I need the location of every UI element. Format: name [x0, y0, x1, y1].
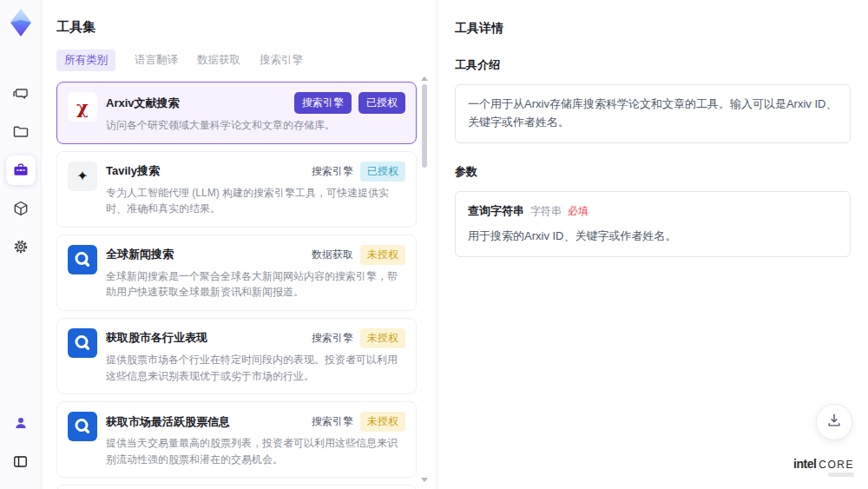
app-logo-icon — [8, 7, 34, 38]
tool-intro-box: 一个用于从Arxiv存储库搜索科学论文和文章的工具。输入可以是Arxiv ID、… — [455, 84, 851, 143]
tool-card[interactable]: ✦ Tavily搜索 搜索引擎 已授权 专为人工智能代理 (LLM) 构建的搜索… — [56, 151, 417, 228]
param-name: 查询字符串 — [468, 202, 524, 221]
tool-desc: 提供股票市场各个行业在特定时间段内的表现。投资者可以利用这些信息来识别表现优于或… — [106, 352, 405, 384]
tool-card[interactable]: χ Arxiv文献搜索 搜索引擎 已授权 访问各个研究领域大量科学论文和文章的存… — [56, 82, 417, 144]
tool-auth-badge: 已授权 — [360, 162, 405, 182]
sidebar-item-toolbox[interactable] — [6, 155, 36, 185]
tool-category: 搜索引擎 — [312, 414, 353, 429]
toolbox-icon — [12, 162, 30, 179]
tool-card[interactable]: 获取市场最活跃股票信息 搜索引擎 未授权 提供当天交易量最高的股票列表，投资者可… — [56, 401, 417, 478]
scroll-up-arrow-icon[interactable] — [421, 76, 428, 81]
tool-card-body: 获取市场最活跃股票信息 搜索引擎 未授权 提供当天交易量最高的股票列表，投资者可… — [106, 412, 405, 467]
tool-card[interactable]: 获取股市各行业表现 搜索引擎 未授权 提供股票市场各个行业在特定时间段内的表现。… — [56, 318, 417, 394]
tool-category: 搜索引擎 — [294, 92, 352, 114]
download-icon — [825, 412, 843, 433]
sidebar-item-account[interactable] — [6, 408, 36, 438]
param-required-badge: 必填 — [568, 203, 589, 220]
tool-auth-badge: 已授权 — [358, 92, 405, 114]
tool-list-pane: 工具集 所有类别 语言翻译 数据获取 搜索引擎 χ Arxiv文献搜索 搜索引擎… — [42, 0, 437, 489]
tool-card[interactable]: 万维地区新闻查询 搜索引擎 未授权 查询具体行政区划内的新闻，快速了解各地新闻动 — [56, 485, 417, 489]
news-search-icon — [71, 248, 94, 271]
params-heading: 参数 — [455, 164, 851, 180]
tool-card-body: Tavily搜索 搜索引擎 已授权 专为人工智能代理 (LLM) 构建的搜索引擎… — [106, 162, 405, 217]
param-type: 字符串 — [530, 203, 562, 220]
sparkle-icon: ✦ — [76, 169, 88, 183]
param-header: 查询字符串 字符串 必填 — [468, 202, 838, 221]
gear-icon — [12, 238, 30, 255]
tab-language-translation[interactable]: 语言翻译 — [135, 50, 178, 71]
core-wordmark: core — [819, 459, 854, 470]
tool-card-list: χ Arxiv文献搜索 搜索引擎 已授权 访问各个研究领域大量科学论文和文章的存… — [56, 82, 417, 489]
tool-name: 获取市场最活跃股票信息 — [106, 414, 305, 430]
tool-card[interactable]: 全球新闻搜索 数据获取 未授权 全球新闻搜索是一个聚合全球各大新闻网站内容的搜索… — [56, 235, 417, 311]
tab-data-fetch[interactable]: 数据获取 — [197, 50, 240, 71]
param-desc: 用于搜索的Arxiv ID、关键字或作者姓名。 — [468, 228, 838, 246]
tab-all-categories[interactable]: 所有类别 — [56, 50, 115, 71]
chat-icon — [12, 85, 30, 102]
sidebar-item-settings[interactable] — [6, 232, 36, 261]
tool-name: 全球新闻搜索 — [106, 247, 305, 262]
sidebar-item-packages[interactable] — [6, 194, 36, 223]
tool-card-body: Arxiv文献搜索 搜索引擎 已授权 访问各个研究领域大量科学论文和文章的存储库… — [106, 92, 405, 134]
tool-name: Tavily搜索 — [106, 163, 305, 179]
tool-icon — [68, 245, 97, 274]
tool-desc: 全球新闻搜索是一个聚合全球各大新闻网站内容的搜索引擎，帮助用户快速获取全球最新资… — [106, 268, 405, 301]
news-search-icon — [71, 332, 94, 354]
folder-icon — [12, 123, 30, 141]
tool-icon — [68, 328, 97, 358]
user-avatar-icon — [13, 415, 29, 431]
tool-desc: 提供当天交易量最高的股票列表，投资者可以利用这些信息来识别流动性强的股票和潜在的… — [106, 435, 405, 467]
tool-name: 获取股市各行业表现 — [106, 330, 305, 346]
tool-category: 数据获取 — [312, 248, 353, 262]
scroll-down-arrow-icon[interactable] — [421, 478, 428, 482]
tool-card-body: 获取股市各行业表现 搜索引擎 未授权 提供股票市场各个行业在特定时间段内的表现。… — [106, 328, 405, 384]
tool-category: 搜索引擎 — [312, 331, 353, 346]
sidebar-item-files[interactable] — [6, 117, 36, 147]
tab-search-engine[interactable]: 搜索引擎 — [260, 50, 303, 71]
intro-heading: 工具介绍 — [455, 57, 851, 73]
detail-title: 工具详情 — [455, 21, 851, 36]
download-button[interactable] — [816, 404, 852, 440]
tool-auth-badge: 未授权 — [360, 328, 405, 348]
tool-icon: χ — [68, 92, 97, 122]
intel-wordmark: intel — [793, 458, 816, 470]
sidebar-item-chat[interactable] — [6, 79, 36, 109]
scrollbar-thumb[interactable] — [422, 84, 427, 168]
sidebar — [0, 0, 42, 489]
list-scrollbar[interactable] — [420, 76, 429, 482]
tool-desc: 专为人工智能代理 (LLM) 构建的搜索引擎工具，可快速提供实时、准确和真实的结… — [106, 185, 405, 217]
cube-icon — [12, 200, 30, 217]
tool-name: Arxiv文献搜索 — [106, 96, 287, 111]
param-box: 查询字符串 字符串 必填 用于搜索的Arxiv ID、关键字或作者姓名。 — [455, 191, 851, 258]
tool-auth-badge: 未授权 — [360, 245, 405, 265]
news-search-icon — [71, 415, 94, 438]
tool-icon: ✦ — [68, 162, 97, 191]
tool-detail-pane: 工具详情 工具介绍 一个用于从Arxiv存储库搜索科学论文和文章的工具。输入可以… — [437, 0, 868, 489]
sidebar-item-collapse-panel[interactable] — [6, 446, 36, 476]
tool-icon — [68, 412, 97, 441]
tool-auth-badge: 未授权 — [360, 412, 405, 432]
category-tabs: 所有类别 语言翻译 数据获取 搜索引擎 — [56, 50, 417, 71]
panel-layout-icon — [12, 453, 29, 470]
intel-core-logo: intel core — [793, 458, 854, 477]
page-title: 工具集 — [56, 19, 417, 36]
tool-card-body: 全球新闻搜索 数据获取 未授权 全球新闻搜索是一个聚合全球各大新闻网站内容的搜索… — [106, 245, 405, 301]
app-window: 工具集 所有类别 语言翻译 数据获取 搜索引擎 χ Arxiv文献搜索 搜索引擎… — [0, 0, 868, 489]
intel-sub-badge — [828, 472, 854, 477]
arxiv-logo-icon: χ — [76, 98, 89, 116]
tool-category: 搜索引擎 — [312, 164, 353, 179]
tool-desc: 访问各个研究领域大量科学论文和文章的存储库。 — [106, 117, 405, 134]
